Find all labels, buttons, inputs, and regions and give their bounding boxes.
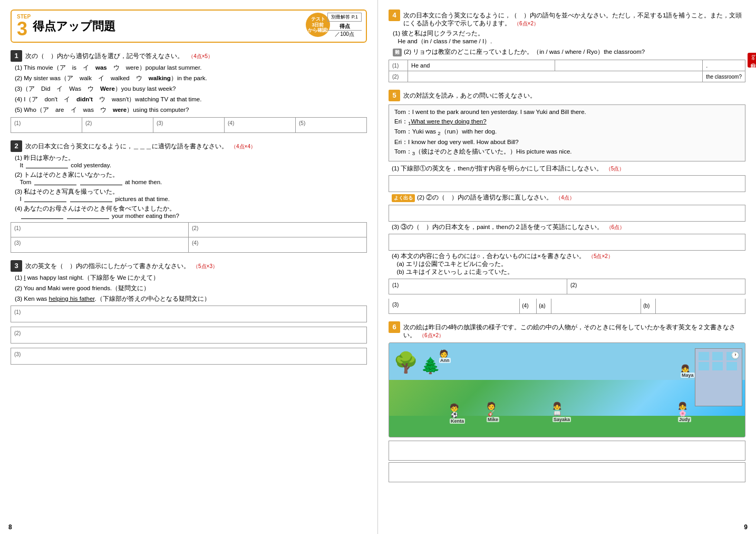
section-6-title: 6 次の絵は昨日の4時の放課後の様子です。この絵の中の人物が，そのときに何をして… — [389, 321, 745, 339]
section-4: 4 次の日本文に合う英文になるように，（ ）内の語句を並べかえなさい。ただし，不… — [389, 9, 745, 82]
char-mike: Mike — [487, 417, 499, 422]
scene-image: 🌳 🌲 🕐 — [389, 342, 745, 437]
s4-ans-1[interactable] — [555, 60, 703, 71]
s1-ans-1[interactable]: (1) — [11, 118, 82, 132]
section-6-num: 6 — [389, 321, 400, 333]
step-badge: テスト 3日前 から確認! — [306, 13, 330, 37]
section-1-num: 1 — [11, 50, 22, 62]
s5-q4: (4) 本文の内容に合うものには○，合わないものには×を書きなさい。（5点×2）… — [389, 252, 745, 276]
s1-answer-grid: (1) (2) (3) (4) (5) — [11, 117, 367, 133]
s4-cell-1-suffix: . — [703, 60, 745, 71]
step-number: 3 — [17, 20, 27, 39]
s2-ans-3[interactable]: (3) — [11, 237, 189, 252]
dialog-eri-1: Eri：1What were they doing then? — [394, 118, 740, 126]
section-6: 6 次の絵は昨日の4時の放課後の様子です。この絵の中の人物が，そのときに何をして… — [389, 321, 745, 482]
s4-cell-1-prefix: He and — [408, 60, 555, 71]
section-3-instruction: 次の英文を（ ）内の指示にしたがって書きかえなさい。（5点×3） — [25, 262, 367, 270]
section-1-title: 1 次の（ ）内から適切な語を選び，記号で答えなさい。 （4点×5） — [11, 50, 367, 62]
section-5-title: 5 次の対話文を読み，あとの問いに答えなさい。 — [389, 90, 745, 101]
s5-ans-4a[interactable] — [551, 299, 641, 313]
s6-ans-2[interactable] — [389, 462, 745, 482]
s2-answer-grid: (1) (2) (3) (4) — [11, 222, 367, 253]
s4-cell-1-label: (1) — [389, 60, 408, 71]
char-ann: Ann — [439, 358, 451, 363]
s1-item-4: (4) I（ア don't イ didn't ウ wasn't）watching… — [11, 96, 367, 103]
dialog-box: Tom：I went to the park around ten yester… — [389, 104, 745, 161]
section-2-instruction: 次の日本文に合う英文になるように，＿＿＿に適切な語を書きなさい。（4点×4） — [25, 142, 367, 150]
s3-ans-2[interactable]: (2) — [11, 327, 367, 344]
step-header: STEP 3 得点アップ問題 テスト 3日前 から確認! 別冊解答 P.1 得点… — [11, 9, 367, 43]
section-5-instruction: 次の対話文を読み，あとの問いに答えなさい。 — [403, 92, 745, 100]
s2-item-2: (2) トムはそのとき家にいなかった。 Tom at home then. — [11, 171, 367, 185]
dialog-tom-2: Tom：Yuki was 2（run）with her dog. — [394, 128, 740, 136]
s3-item-2: (2) You and Maki were good friends.（疑問文に… — [11, 284, 367, 292]
char-sayaka: Sayaka — [553, 417, 571, 422]
s5-ans-2[interactable] — [389, 205, 745, 222]
score-total: ／100点 — [327, 30, 362, 38]
s5-ans-3[interactable] — [389, 234, 745, 251]
s4-cell-2-suffix: the classroom? — [703, 71, 745, 82]
s5-ans-4b[interactable] — [656, 299, 745, 313]
s2-ans-1[interactable]: (1) — [11, 223, 189, 237]
answer-sheet-ref: 別冊解答 P.1 — [327, 13, 362, 22]
s4-ans-2[interactable] — [408, 71, 703, 82]
s6-ans-1[interactable] — [389, 441, 745, 461]
s3-ans-1[interactable]: (1) — [11, 306, 367, 322]
s4-answer-table: (1) He and . (2) the classroom? — [389, 60, 745, 82]
section-4-num: 4 — [389, 9, 400, 21]
s2-item-1: (1) 昨日は寒かった。 It cold yesterday. — [11, 154, 367, 168]
s1-ans-4[interactable]: (4) — [225, 118, 296, 132]
s5-ans-4a-label2: (a) — [537, 299, 551, 313]
section-5: 5 次の対話文を読み，あとの問いに答えなさい。 Tom：I went to th… — [389, 90, 745, 314]
s3-ans-3[interactable]: (3) — [11, 348, 367, 365]
section-4-title: 4 次の日本文に合う英文になるように，（ ）内の語句を並べかえなさい。ただし，不… — [389, 9, 745, 27]
right-page: 4 次の日本文に合う英文になるように，（ ）内の語句を並べかえなさい。ただし，不… — [378, 0, 756, 534]
s5-q1: (1) 下線部①の英文を，thenが指す内容を明らかにして日本語にしなさい。（5… — [389, 165, 745, 173]
s2-item-3: (3) 私はそのとき写真を撮っていた。 I pictures at that t… — [11, 188, 367, 202]
section-1: 1 次の（ ）内から適切な語を選び，記号で答えなさい。 （4点×5） (1) T… — [11, 50, 367, 133]
s1-item-5: (5) Who（ア are イ was ウ were）using this co… — [11, 106, 367, 114]
section-6-instruction: 次の絵は昨日の4時の放課後の様子です。この絵の中の人物が，そのときに何をしていた… — [403, 323, 745, 339]
section-2: 2 次の日本文に合う英文になるように，＿＿＿に適切な語を書きなさい。（4点×4）… — [11, 140, 367, 253]
s1-ans-5[interactable]: (5) — [296, 118, 366, 132]
s5-q2: よく出る(2) ②の（ ）内の語を適切な形に直しなさい。（4点） — [389, 194, 745, 202]
section-5-num: 5 — [389, 90, 400, 101]
section-2-num: 2 — [11, 140, 22, 152]
char-judy: Judy — [678, 417, 691, 422]
step-title: 得点アップ問題 — [33, 18, 115, 34]
page-num-left: 8 — [8, 523, 12, 531]
badge-main: テスト 3日前 から確認! — [306, 13, 330, 37]
dialog-tom-3: Tom：3（彼はそのとき絵を描いていた。）His picture was nic… — [394, 148, 740, 156]
section-3: 3 次の英文を（ ）内の指示にしたがって書きかえなさい。（5点×3） (1) I… — [11, 260, 367, 365]
score-label: 得点 — [327, 23, 362, 30]
section-2-title: 2 次の日本文に合う英文になるように，＿＿＿に適切な語を書きなさい。（4点×4） — [11, 140, 367, 152]
s2-item-4: (4) あなたのお母さんはそのとき何を食べていましたか。 your mother… — [11, 205, 367, 219]
s5-ans-4-2[interactable]: (2) — [567, 279, 745, 294]
score-area: 別冊解答 P.1 得点 ／100点 — [327, 13, 362, 38]
s5-q3: (3) ③の（ ）内の日本文を，paint，thenの２語を使って英語にしなさい… — [389, 223, 745, 231]
char-maya: Maya — [681, 373, 695, 378]
s4-item-1: (1) 彼と私は同じクラスだった。 He and（in / class / th… — [389, 30, 745, 45]
s3-item-1: (1) I was happy last night.（下線部を We にかえて… — [11, 274, 367, 282]
s1-item-1: (1) This movie（ア is イ was ウ were）popular… — [11, 64, 367, 72]
section-1-instruction: 次の（ ）内から適切な語を選び，記号で答えなさい。 （4点×5） — [25, 52, 367, 60]
s5-ans-row2: (3) (4) (a) (b) — [389, 299, 745, 314]
section-4-instruction: 次の日本文に合う英文になるように，（ ）内の語句を並べかえなさい。ただし，不足す… — [403, 12, 745, 27]
s5-ans-4-row: (1) (2) — [389, 279, 745, 294]
s5-ans-3-fill[interactable]: (3) — [389, 299, 520, 313]
dialog-tom-1: Tom：I went to the park around ten yester… — [394, 108, 740, 116]
s1-ans-3[interactable]: (3) — [153, 118, 225, 132]
dialog-eri-2: Eri：I know her dog very well. How about … — [394, 138, 740, 146]
s5-ans-4b-label: (b) — [641, 299, 656, 313]
s4-cell-2-label: (2) — [389, 71, 408, 82]
s1-item-2: (2) My sister was（ア walk イ walked ウ walk… — [11, 74, 367, 82]
s2-ans-4[interactable]: (4) — [189, 237, 366, 252]
left-page: STEP 3 得点アップ問題 テスト 3日前 から確認! 別冊解答 P.1 得点… — [0, 0, 378, 534]
s5-ans-4-1[interactable]: (1) — [389, 279, 567, 294]
s5-ans-1[interactable] — [389, 175, 745, 192]
s2-ans-2[interactable]: (2) — [189, 223, 366, 237]
char-kenta: Kenta — [450, 418, 465, 424]
s1-ans-2[interactable]: (2) — [82, 118, 153, 132]
s4-item-2: 難(2) リョウは教室のどこに座っていましたか。（in / was / wher… — [389, 48, 745, 56]
section-3-num: 3 — [11, 260, 22, 272]
